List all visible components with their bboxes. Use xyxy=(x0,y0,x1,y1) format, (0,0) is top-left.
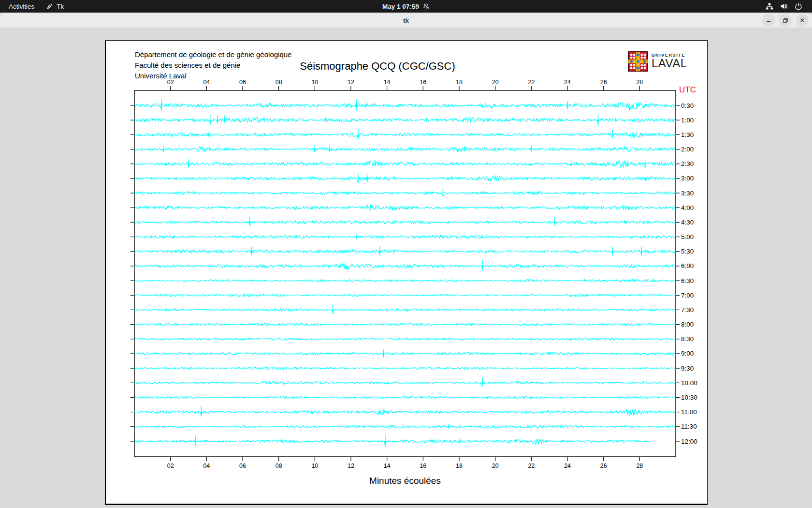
trace-row xyxy=(134,173,676,183)
row-time-label: 11:30 xyxy=(681,423,697,430)
row-time-label: 6:30 xyxy=(681,277,694,284)
row-time-label: 1:30 xyxy=(681,131,694,138)
x-tick-label-bottom: 18 xyxy=(456,463,463,469)
x-tick-label-bottom: 10 xyxy=(311,463,318,469)
helicorder-plot: 0202040406060808101012121414161618182020… xyxy=(106,41,708,504)
volume-icon xyxy=(780,2,788,10)
row-time-label: 8:30 xyxy=(681,335,694,343)
activities-button[interactable]: Activities xyxy=(3,0,40,13)
trace-row xyxy=(134,113,676,125)
row-time-label: 4:30 xyxy=(681,219,694,226)
row-time-label: 7:30 xyxy=(681,306,694,314)
x-tick-label-top: 10 xyxy=(311,79,318,86)
tk-feather-icon xyxy=(46,3,53,10)
wired-network-icon xyxy=(766,2,773,10)
power-icon xyxy=(795,2,802,10)
x-tick-label-bottom: 12 xyxy=(348,463,354,469)
trace-row xyxy=(134,377,676,387)
window-controls xyxy=(762,14,809,27)
x-tick-label-top: 28 xyxy=(636,79,643,86)
bell-slash-icon xyxy=(422,3,430,10)
minimize-icon xyxy=(765,17,772,24)
x-tick-label-top: 24 xyxy=(564,79,571,86)
window-content: Département de géologie et de génie géol… xyxy=(0,28,812,508)
row-time-label: 6:00 xyxy=(681,262,694,269)
trace-row xyxy=(134,367,676,370)
trace-row xyxy=(134,235,676,239)
trace-row xyxy=(134,129,676,139)
trace-row xyxy=(134,406,676,417)
x-tick-label-bottom: 26 xyxy=(600,463,607,469)
x-tick-label-bottom: 22 xyxy=(528,463,535,469)
x-axis-title: Minutes écoulées xyxy=(369,476,441,486)
x-tick-label-bottom: 04 xyxy=(203,463,210,469)
seismograph-canvas: Département de géologie et de génie géol… xyxy=(105,40,708,505)
restore-icon xyxy=(782,17,789,24)
trace-row xyxy=(134,304,676,314)
row-time-label: 11:00 xyxy=(681,408,697,416)
utc-label: UTC xyxy=(679,85,696,95)
x-tick-label-top: 12 xyxy=(348,79,354,86)
row-time-label: 1:00 xyxy=(681,117,694,124)
close-button[interactable] xyxy=(796,14,809,27)
x-tick-label-top: 20 xyxy=(492,79,499,86)
row-time-label: 4:00 xyxy=(681,204,694,211)
x-tick-label-top: 04 xyxy=(203,79,210,86)
trace-row xyxy=(134,246,676,256)
x-tick-label-bottom: 28 xyxy=(636,463,643,469)
trace-row xyxy=(134,217,676,226)
gnome-top-bar: Activities Tk May 1 07:59 xyxy=(0,0,812,13)
trace-row xyxy=(134,158,676,169)
x-tick-label-top: 06 xyxy=(239,79,246,86)
x-tick-label-bottom: 06 xyxy=(239,463,246,469)
window-title: tk xyxy=(0,13,812,28)
trace-row xyxy=(134,145,676,153)
row-time-label: 0:30 xyxy=(681,102,694,109)
row-time-label: 9:30 xyxy=(681,365,694,372)
row-time-label: 10:00 xyxy=(681,379,697,387)
minimize-button[interactable] xyxy=(762,14,775,27)
x-tick-label-bottom: 20 xyxy=(492,463,499,469)
x-tick-label-bottom: 16 xyxy=(420,463,426,469)
row-time-label: 7:00 xyxy=(681,292,694,299)
x-tick-label-top: 22 xyxy=(528,79,535,86)
row-time-label: 5:00 xyxy=(681,233,694,240)
row-time-label: 3:30 xyxy=(681,190,694,197)
trace-row xyxy=(134,396,676,399)
trace-row xyxy=(134,99,676,111)
x-tick-label-bottom: 24 xyxy=(564,463,571,469)
row-time-label: 12:00 xyxy=(681,438,697,445)
x-tick-label-top: 14 xyxy=(384,79,391,86)
trace-row xyxy=(134,434,650,447)
x-tick-label-bottom: 14 xyxy=(384,463,391,469)
row-time-label: 2:30 xyxy=(681,160,694,167)
x-tick-label-top: 08 xyxy=(276,79,282,86)
trace-row xyxy=(134,294,676,297)
row-time-label: 5:30 xyxy=(681,248,694,255)
row-time-label: 9:00 xyxy=(681,350,694,357)
close-icon xyxy=(799,17,806,24)
system-status-area[interactable] xyxy=(760,0,808,13)
trace-row xyxy=(134,323,676,326)
app-menu-button[interactable]: Tk xyxy=(40,0,70,13)
x-tick-label-bottom: 08 xyxy=(276,463,282,469)
x-tick-label-top: 18 xyxy=(456,79,463,86)
trace-row xyxy=(134,188,676,197)
trace-row xyxy=(134,260,676,271)
row-time-label: 10:30 xyxy=(681,394,697,401)
clock-button[interactable]: May 1 07:59 xyxy=(377,0,435,13)
x-tick-label-top: 26 xyxy=(600,79,607,86)
window-titlebar[interactable]: tk xyxy=(0,13,812,28)
trace-row xyxy=(134,338,676,340)
clock-label: May 1 07:59 xyxy=(382,3,419,10)
trace-row xyxy=(134,349,676,358)
app-menu-label: Tk xyxy=(57,3,64,10)
trace-row xyxy=(134,205,676,211)
trace-row xyxy=(134,279,676,282)
maximize-button[interactable] xyxy=(779,14,792,27)
trace-row xyxy=(134,424,676,429)
x-tick-label-bottom: 02 xyxy=(167,463,174,469)
row-time-label: 2:00 xyxy=(681,146,694,153)
x-tick-label-top: 16 xyxy=(420,79,426,86)
row-time-label: 3:00 xyxy=(681,175,694,182)
